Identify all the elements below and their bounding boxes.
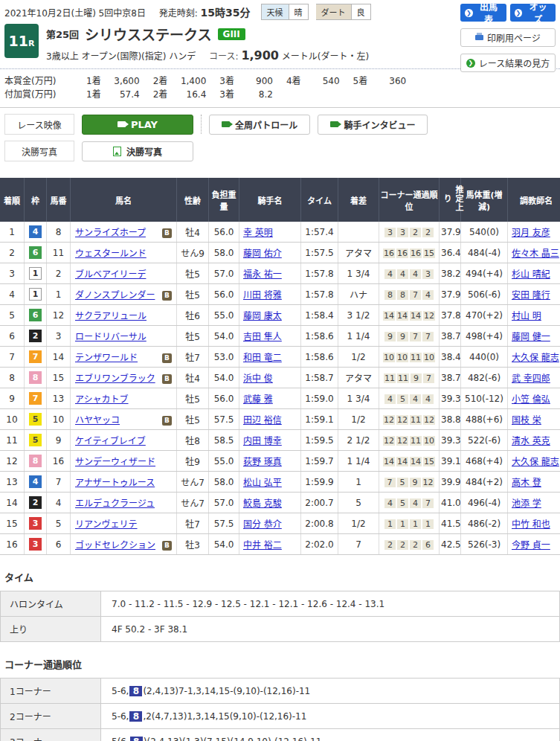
trainer-link[interactable]: 羽月 友彦	[512, 228, 550, 238]
jockey-link[interactable]: 藤岡 康太	[243, 311, 282, 321]
trainer-link[interactable]: 佐々木 晶三	[512, 248, 559, 259]
horse-name-link[interactable]: アシャカトブ	[75, 394, 129, 405]
impost-weight: 54.0	[209, 534, 239, 555]
horse-name-link[interactable]: リアンヴェリテ	[75, 519, 138, 530]
horse-name-link[interactable]: ゴッドセレクション	[75, 540, 155, 551]
corner-pos: 14	[410, 457, 422, 466]
trainer-link[interactable]: 武 幸四郎	[512, 373, 550, 384]
finish-position: 16	[0, 534, 25, 555]
corner-pos: 11	[397, 373, 409, 383]
corner-order-text: )(2,4,13)(1,3)(7,15)(14,9,10)-(12,16)-11	[144, 737, 322, 741]
trainer-link[interactable]: 安田 隆行	[512, 290, 550, 301]
trainer-cell: 安田 隆行	[508, 284, 560, 305]
trainer-link[interactable]: 大久保 龍志	[512, 353, 559, 363]
course-label: コース:	[209, 51, 238, 62]
horse-name-link[interactable]: サクラアリュール	[75, 311, 147, 321]
margin: 1 1/4	[338, 326, 379, 347]
corner-pos: 11	[410, 415, 422, 425]
last-time-row: 上り 4F 50.2 - 3F 38.1	[1, 617, 560, 642]
trainer-link[interactable]: 藤岡 健一	[512, 332, 550, 342]
horse-name-link[interactable]: ロードリバーサル	[75, 332, 147, 342]
trainer-link[interactable]: 杉山 晴紀	[512, 269, 550, 280]
jockey-link[interactable]: 武藤 雅	[243, 394, 273, 405]
body-weight: 468(+4)	[461, 451, 508, 472]
jockey-interview-button[interactable]: 騎手インタビュー	[318, 115, 428, 135]
finish-position: 8	[0, 368, 25, 388]
jockey-link[interactable]: 鮫島 克駿	[243, 498, 282, 509]
finish-time: 1:59.7	[301, 451, 338, 472]
print-page-button[interactable]: 印刷用ページ	[460, 28, 556, 47]
corner-pos: 11	[384, 373, 396, 383]
jockey-link[interactable]: 吉田 隼人	[243, 332, 282, 342]
body-weight: 540(0)	[461, 222, 508, 243]
jockey-link[interactable]: 川田 将雅	[243, 290, 282, 301]
prize-amount: 57.4	[109, 88, 140, 101]
result-row: 2611ウェスタールンドせん958.0藤岡 佑介1:57.5アタマ1616161…	[0, 243, 560, 263]
horse-name-link[interactable]: ダノンスプレンダー	[75, 290, 155, 301]
horse-number: 15	[47, 368, 71, 388]
main-prize-values: 1着3,6002着1,4003着9004着5405着360	[73, 74, 406, 88]
jockey-link[interactable]: 和田 竜二	[243, 353, 282, 363]
finish-photo-button[interactable]: 決勝写真	[82, 141, 193, 161]
jockey-link[interactable]: 福永 祐一	[243, 269, 282, 280]
horse-name-link[interactable]: サンデーウィザード	[75, 457, 155, 467]
horse-name-link[interactable]: エブリワンブラック	[75, 373, 155, 384]
horse-name-link[interactable]: ケイティブレイブ	[75, 436, 146, 446]
horse-name-link[interactable]: ハヤヤッコ	[75, 415, 120, 426]
trainer-link[interactable]: 今野 貞一	[512, 540, 550, 551]
col-header: 調教師名	[508, 178, 560, 222]
blinkers-badge: B	[162, 353, 172, 363]
prize-amount: 900	[242, 74, 273, 88]
jockey-link[interactable]: 国分 恭介	[243, 519, 282, 530]
horse-number: 1	[47, 284, 71, 305]
corner-pos: 10	[423, 353, 435, 362]
jockey-link[interactable]: 幸 英明	[243, 228, 273, 238]
horse-name-link[interactable]: テンザワールド	[75, 353, 138, 363]
jockey-cell: 国分 恭介	[239, 513, 301, 534]
horse-name-link[interactable]: アナザートゥルース	[75, 478, 155, 488]
horse-number: 14	[47, 347, 71, 368]
horse-name-link[interactable]: サンライズホープ	[75, 228, 146, 238]
impost-weight: 56.0	[209, 222, 239, 243]
course-unit: メートル(ダート・左)	[282, 51, 369, 62]
horse-name-link[interactable]: ウェスタールンド	[75, 248, 147, 259]
play-button[interactable]: PLAY	[82, 115, 193, 135]
sex-age: せん9	[177, 243, 209, 263]
corner-pos: 9	[410, 478, 421, 487]
blinkers-badge: B	[162, 291, 172, 301]
corner-row: 1コーナー5-6,8(2,4,13)7-1,3,14,15-(9,10)-(12…	[1, 679, 560, 704]
horse-name-cell: ウェスタールンド	[71, 243, 177, 263]
patrol-video-button[interactable]: 全周パトロール	[209, 115, 310, 135]
body-weight: 470(+2)	[461, 305, 508, 326]
trainer-link[interactable]: 大久保 龍志	[512, 457, 559, 467]
sex-age: 牡4	[177, 222, 209, 243]
trainer-link[interactable]: 清水 英克	[512, 436, 550, 446]
horse-name-link[interactable]: エルデュクラージュ	[75, 498, 155, 509]
jockey-link[interactable]: 松山 弘平	[243, 478, 282, 488]
impost-weight: 55.0	[209, 305, 239, 326]
corner-positions: 8874	[379, 284, 440, 305]
jockey-cell: 武藤 雅	[239, 388, 301, 409]
trainer-link[interactable]: 村山 明	[512, 311, 541, 321]
result-row: 1535リアンヴェリテ牡757.5国分 恭介2:00.81/2111141.54…	[0, 513, 560, 534]
jockey-link[interactable]: 藤岡 佑介	[243, 248, 282, 259]
frame-number: 3	[29, 517, 42, 530]
odds-button[interactable]: ❯オッズ	[510, 4, 556, 22]
trainer-link[interactable]: 中竹 和也	[512, 519, 550, 530]
trainer-link[interactable]: 池添 学	[512, 498, 541, 509]
entry-table-button[interactable]: ❯出馬表	[460, 4, 506, 22]
body-weight: 482(-6)	[461, 368, 508, 388]
jockey-link[interactable]: 内田 博幸	[243, 436, 282, 446]
trainer-link[interactable]: 国枝 栄	[512, 415, 541, 426]
result-guide-button[interactable]: ❯レース結果の見方	[460, 54, 556, 72]
trainer-link[interactable]: 小笠 倫弘	[512, 394, 550, 405]
jockey-link[interactable]: 中井 裕二	[243, 540, 282, 551]
horse-name-link[interactable]: ブルベアイリーデ	[75, 269, 146, 280]
corner-pos: 2	[410, 228, 421, 237]
trainer-link[interactable]: 高木 登	[512, 478, 541, 488]
race-date: 2021年10月2日(土曜) 5回中京8日	[4, 8, 146, 19]
jockey-link[interactable]: 浜中 俊	[243, 373, 273, 384]
jockey-link[interactable]: 荻野 琢真	[243, 457, 282, 467]
jockey-link[interactable]: 田辺 裕信	[243, 415, 282, 426]
frame-number: 6	[29, 309, 42, 321]
